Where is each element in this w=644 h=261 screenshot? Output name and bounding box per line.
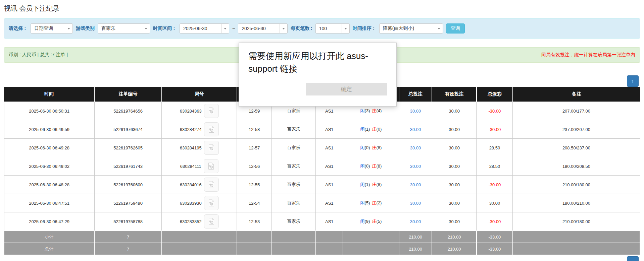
chevron-down-icon[interactable] (280, 24, 287, 33)
subtotal-label: 小计 (4, 231, 94, 243)
game-cell: 百家乐 (272, 120, 316, 139)
player-points: (0) (364, 145, 370, 150)
bet-content-cell: 闲(0)庄(8) (343, 157, 399, 176)
payout-cell: -30.00 (477, 120, 513, 139)
game-type-select[interactable]: 百家乐 (98, 23, 150, 34)
total-bet-cell: 30.00 (399, 176, 432, 194)
banker-label: 庄 (372, 164, 376, 169)
column-header: 总派彩 (477, 87, 513, 102)
chevron-down-icon[interactable] (342, 24, 349, 33)
date-type-select[interactable]: 日期查询 (31, 23, 73, 34)
round-number: 630284363 (180, 109, 202, 114)
round-cell: 630284016 (162, 176, 237, 194)
pagination-page-button[interactable]: 1 (627, 256, 639, 261)
banker-points: (2) (376, 200, 382, 205)
valid-bet-cell: 30.00 (432, 139, 477, 157)
time-sort-select[interactable]: 降冪(由大到小) (379, 23, 443, 34)
banker-points: (5) (376, 219, 382, 224)
chevron-down-icon[interactable] (435, 24, 443, 33)
currency-summary-text: 币别 : 人民币 | 总共 :7 注单 | (9, 52, 68, 58)
round-number: 630284195 (180, 145, 202, 150)
total-bet-cell: 30.00 (399, 194, 432, 212)
total-bet-link[interactable]: 30.00 (410, 145, 421, 150)
time-cell: 2025-06-30 06:47:51 (4, 194, 94, 212)
date-to-input[interactable]: 2025-06-30 (238, 23, 288, 34)
pagination-page-button[interactable]: 1 (627, 75, 639, 87)
video-file-icon (208, 162, 214, 170)
total-bet-link[interactable]: 30.00 (410, 164, 421, 169)
round-cell: 630284195 (162, 139, 237, 157)
remark-cell: 180.00/208.50 (513, 157, 640, 176)
total-row: 总计 7 210.00 210.00 -33.00 (4, 243, 640, 255)
total-bet-link[interactable]: 30.00 (410, 109, 421, 114)
valid-bet-cell: 30.00 (432, 176, 477, 194)
total-label: 总计 (4, 243, 94, 255)
valid-bet-cell: 30.00 (432, 194, 477, 212)
time-cell: 2025-06-30 06:49:59 (4, 120, 94, 139)
bet-content-cell: 闲(5)庄(2) (343, 194, 399, 212)
player-label: 闲 (360, 164, 364, 169)
total-bet-link[interactable]: 30.00 (410, 182, 421, 187)
game-cell: 百家乐 (272, 176, 316, 194)
video-replay-button[interactable] (204, 141, 219, 155)
search-button[interactable]: 查询 (446, 23, 465, 34)
bet-id-cell: 522619763674 (94, 120, 162, 139)
remark-cell: 210.00/180.00 (513, 176, 640, 194)
page-size-label: 每页笔数 : (291, 25, 312, 31)
player-points: (5) (364, 200, 370, 205)
video-replay-button[interactable] (204, 178, 219, 192)
bet-content-cell: 闲(1)庄(8) (343, 176, 399, 194)
player-label: 闲 (360, 219, 364, 224)
total-count: 7 (94, 243, 162, 255)
page-size-value: 100 (316, 26, 342, 31)
chevron-down-icon[interactable] (142, 24, 150, 33)
chevron-down-icon[interactable] (65, 24, 72, 33)
table-name-cell: AS1 (316, 139, 343, 157)
total-bet-link[interactable]: 30.00 (410, 127, 421, 132)
total-payout: -33.00 (477, 243, 513, 255)
bet-id-cell: 522619760600 (94, 176, 162, 194)
player-label: 闲 (360, 182, 364, 187)
time-cell: 2025-06-30 06:49:28 (4, 139, 94, 157)
payout-cell: -30.00 (477, 176, 513, 194)
total-bet-cell: 30.00 (399, 102, 432, 120)
valid-bet-cell: 30.00 (432, 157, 477, 176)
table-row: 2025-06-30 06:49:02 522619761743 6302841… (4, 157, 640, 176)
remark-cell: 180.00/210.00 (513, 194, 640, 212)
date-from-input[interactable]: 2025-06-30 (180, 23, 229, 34)
time-cell: 2025-06-30 06:48:28 (4, 176, 94, 194)
payout-cell: 28.50 (477, 139, 513, 157)
date-from-value: 2025-06-30 (180, 26, 221, 31)
video-replay-button[interactable] (204, 214, 219, 229)
video-replay-button[interactable] (204, 122, 219, 136)
total-bet-cell: 30.00 (399, 212, 432, 231)
video-replay-button[interactable] (204, 104, 219, 118)
remark-cell: 207.00/177.00 (513, 102, 640, 120)
total-bet-cell: 30.00 (399, 120, 432, 139)
time-cell: 2025-06-30 06:49:02 (4, 157, 94, 176)
remark-cell: 208.50/237.00 (513, 139, 640, 157)
shoe-round-cell: 12-58 (237, 120, 272, 139)
page-size-input[interactable]: 100 (315, 23, 350, 34)
video-file-icon (208, 126, 214, 133)
total-valid-bet: 210.00 (432, 243, 477, 255)
total-bet-cell: 30.00 (399, 157, 432, 176)
video-replay-button[interactable] (204, 159, 218, 173)
chevron-down-icon[interactable] (221, 24, 229, 33)
payout-cell: 28.50 (477, 157, 513, 176)
dialog-ok-button[interactable]: 确定 (306, 83, 387, 95)
video-file-icon (208, 218, 214, 225)
bet-content-cell: 闲(0)庄(8) (343, 139, 399, 157)
game-cell: 百家乐 (272, 157, 316, 176)
valid-bet-note: 同局有效投注，统一计算在该局第一张注单内 (541, 52, 635, 58)
video-file-icon (208, 181, 214, 188)
total-bet-link[interactable]: 30.00 (410, 219, 421, 224)
round-number: 630283852 (180, 219, 202, 224)
bet-content-cell: 闲(9)庄(5) (343, 212, 399, 231)
total-bet-link[interactable]: 30.00 (410, 201, 421, 206)
table-row: 2025-06-30 06:47:51 522619759480 6302839… (4, 194, 640, 212)
player-label: 闲 (360, 145, 364, 150)
payout-cell: -30.00 (477, 102, 513, 120)
game-type-label: 游戏类别 (76, 25, 95, 31)
video-replay-button[interactable] (204, 196, 219, 210)
